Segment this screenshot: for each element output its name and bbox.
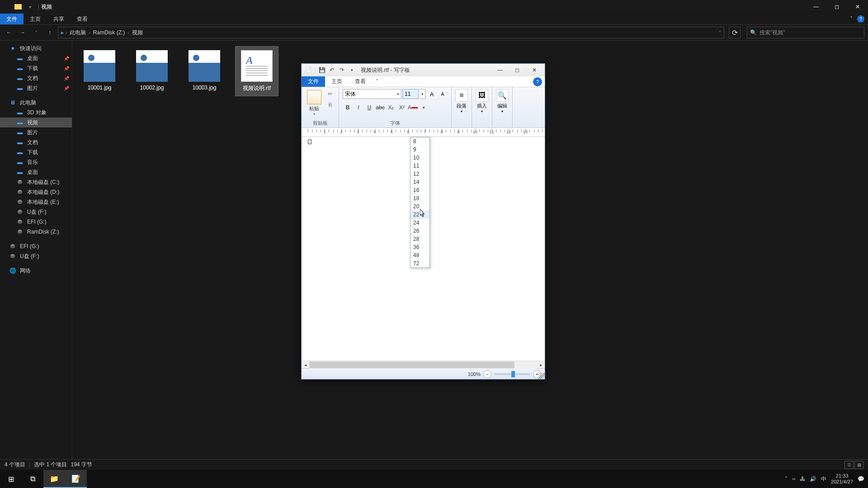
paste-button[interactable]: 粘贴 ▾ (305, 89, 323, 117)
font-size-option[interactable]: 20 (410, 202, 429, 211)
sidebar-item[interactable]: ▬音乐 (0, 157, 72, 167)
font-size-option[interactable]: 36 (410, 243, 429, 251)
forward-button[interactable]: → (17, 27, 28, 38)
tab-share[interactable]: 共享 (47, 14, 71, 24)
sidebar-item[interactable]: ▬桌面📌 (0, 53, 72, 63)
font-size-option[interactable]: 48 (410, 251, 429, 259)
sidebar-item[interactable]: ⛃U盘 (F:) (0, 251, 72, 261)
search-input[interactable]: 🔍 搜索"视频" (747, 27, 864, 38)
tray-ime[interactable]: 中 (821, 475, 826, 483)
underline-button[interactable]: U (364, 103, 374, 113)
recent-dropdown[interactable]: ˅ (31, 27, 42, 38)
file-item[interactable]: 10003.jpg (183, 46, 226, 96)
task-view-button[interactable]: ⧉ (22, 470, 43, 488)
shrink-font-button[interactable]: A (438, 89, 448, 99)
start-button[interactable]: ⊞ (0, 470, 22, 488)
scroll-track[interactable] (309, 361, 537, 369)
font-size-option[interactable]: 8 (410, 137, 429, 145)
sidebar-item[interactable]: ▬视频 (0, 117, 72, 127)
sidebar-item[interactable]: ▬下载📌 (0, 63, 72, 73)
sidebar-item[interactable]: ⛃U盘 (F:) (0, 207, 72, 217)
tab-home[interactable]: 主页 (24, 14, 47, 24)
copy-button[interactable]: ⎘ (325, 100, 335, 110)
maximize-button[interactable]: ◻ (826, 0, 847, 14)
sidebar-this-pc[interactable]: 🖥此电脑 (0, 98, 72, 108)
font-size-option[interactable]: 12 (410, 170, 429, 178)
taskbar-wordpad[interactable]: 📝 (65, 470, 87, 488)
tray-overflow-icon[interactable]: ˄ (785, 476, 788, 482)
tray-icon[interactable]: ⎃ (792, 476, 795, 482)
sidebar-item[interactable]: ▬下载 (0, 147, 72, 157)
zoom-out-button[interactable]: − (483, 370, 491, 378)
sidebar-item[interactable]: ⛃本地磁盘 (E:) (0, 197, 72, 207)
font-size-option[interactable]: 72 (410, 259, 429, 267)
font-size-option[interactable]: 18 (410, 194, 429, 202)
file-item[interactable]: 视频说明.rtf (235, 46, 278, 96)
sidebar-item[interactable]: ▬文档📌 (0, 73, 72, 83)
sidebar-item[interactable]: ⛃本地磁盘 (D:) (0, 187, 72, 197)
tray-volume-icon[interactable]: 🔊 (810, 476, 816, 482)
wp-tab-view[interactable]: 查看 (349, 76, 372, 87)
font-size-option[interactable]: 22 (410, 211, 429, 219)
qat-save-button[interactable]: 💾 (317, 66, 326, 75)
strike-button[interactable]: abc (375, 103, 385, 113)
view-icons-button[interactable]: ▦ (854, 461, 863, 469)
scroll-right-button[interactable]: ▸ (537, 361, 545, 369)
font-size-dropdown-button[interactable]: ▾ (420, 89, 426, 99)
sidebar-item[interactable]: ▬文档 (0, 137, 72, 147)
file-item[interactable]: 10002.jpg (130, 46, 174, 96)
ruler[interactable]: 12345678910111213 (302, 128, 545, 137)
font-size-option[interactable]: 14 (410, 178, 429, 186)
taskbar-explorer[interactable]: 📁 (43, 470, 65, 488)
wordpad-titlebar[interactable]: 📄 | 💾 ↶ ↷ ▾ 视频说明.rtf - 写字板 — ◻ ✕ (302, 64, 545, 76)
wp-minimize-button[interactable]: — (491, 65, 509, 75)
file-item[interactable]: 10001.jpg (78, 46, 121, 96)
insert-button[interactable]: 🖼 插入 ▾ (476, 89, 488, 113)
help-button[interactable]: ? (533, 77, 542, 86)
edit-button[interactable]: 🔍 编辑 ▾ (496, 89, 509, 113)
cut-button[interactable]: ✂ (325, 89, 335, 99)
horizontal-scrollbar[interactable]: ◂ ▸ (302, 361, 545, 368)
document-area[interactable]: 891011121416182022242628364872 (302, 137, 545, 361)
tab-file[interactable]: 文件 (0, 14, 24, 24)
sidebar-item[interactable]: ⛃EFI (G:) (0, 241, 72, 251)
sidebar-item[interactable]: ▬图片📌 (0, 83, 72, 93)
font-size-option[interactable]: 9 (410, 145, 429, 154)
scroll-left-button[interactable]: ◂ (302, 361, 309, 369)
font-size-option[interactable]: 26 (410, 227, 429, 235)
tray-notifications-icon[interactable]: 💬 (858, 476, 864, 482)
sidebar-network[interactable]: 🌐网络 (0, 266, 72, 276)
breadcrumb[interactable]: ▸ › 此电脑 › RamDisk (Z:) › 视频 ˅ (58, 27, 724, 38)
font-size-input[interactable]: 11 (402, 89, 419, 99)
minimize-button[interactable]: — (806, 0, 826, 14)
up-button[interactable]: ↑ (44, 27, 55, 38)
back-button[interactable]: ← (4, 27, 14, 38)
font-size-option[interactable]: 10 (410, 154, 429, 162)
font-size-option[interactable]: 24 (410, 219, 429, 227)
grow-font-button[interactable]: A (427, 89, 437, 99)
sidebar-quick-access[interactable]: ★快速访问 (0, 43, 72, 53)
dropdown-icon[interactable]: ▾ (25, 2, 34, 11)
view-details-button[interactable]: ☰ (844, 461, 854, 469)
wp-tab-home[interactable]: 主页 (325, 76, 349, 87)
qat-undo-button[interactable]: ↶ (327, 66, 336, 75)
refresh-button[interactable]: ⟳ (729, 27, 741, 38)
highlight-button[interactable]: ▾ (419, 103, 429, 113)
sidebar-item[interactable]: ▬图片 (0, 127, 72, 137)
subscript-button[interactable]: X₂ (386, 103, 396, 113)
sidebar-item[interactable]: ⛃本地磁盘 (C:) (0, 177, 72, 187)
paragraph-button[interactable]: ≡ 段落 ▾ (455, 89, 468, 113)
zoom-slider[interactable] (494, 373, 530, 375)
breadcrumb-seg[interactable]: 此电脑 (70, 29, 86, 37)
close-button[interactable]: ✕ (847, 0, 868, 14)
ribbon-expand-icon[interactable]: ˅ ? (846, 14, 868, 24)
resize-grip[interactable] (538, 373, 545, 379)
bold-button[interactable]: B (343, 103, 353, 113)
wp-maximize-button[interactable]: ◻ (509, 65, 526, 75)
breadcrumb-seg[interactable]: RamDisk (Z:) (93, 29, 125, 36)
wp-close-button[interactable]: ✕ (526, 65, 543, 75)
font-name-combo[interactable]: 宋体▾ (343, 89, 401, 99)
breadcrumb-seg[interactable]: 视频 (132, 29, 143, 37)
sidebar-item[interactable]: ⛃EFI (G:) (0, 217, 72, 227)
font-size-option[interactable]: 11 (410, 162, 429, 170)
